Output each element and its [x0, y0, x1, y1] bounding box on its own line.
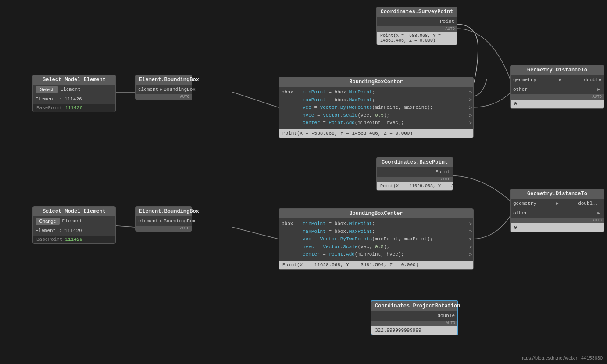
geometry-distanceto-1: Geometry.DistanceTo geometry ► double ot…: [510, 65, 604, 109]
coord-rotation-title: Coordinates.ProjectRotation: [371, 301, 457, 311]
coord-survey-output-label: Point: [440, 19, 454, 24]
bbcenter1-output: Point(X = -588.068, Y = 14563.406, Z = 0…: [279, 129, 473, 138]
geo-dist1-other-label: other: [513, 87, 528, 92]
coord-base-title: Coordinates.BasePoint: [377, 157, 453, 167]
bbcenter2-output: Point(X = -11628.068, Y = -3481.594, Z =…: [279, 261, 473, 269]
bbcenter2-input: bbox: [282, 221, 293, 226]
bbox2-auto: AUTO: [136, 226, 192, 231]
select-model-element-1: Select Model Element Select Element Elem…: [32, 75, 116, 112]
coord-rotation-output: 322.999999999999: [371, 326, 457, 335]
select2-basepoint-label: BasePoint: [36, 237, 62, 242]
geo-dist1-output-label: double: [584, 77, 601, 82]
bbox1-arrow: ►: [160, 87, 162, 92]
element-boundingbox-2: Element.BoundingBox element ► BoundingBo…: [135, 206, 192, 232]
select1-basepoint-id: 111426: [65, 105, 82, 111]
url-bar: https://blog.csdn.net/weixin_44153630: [521, 355, 603, 360]
select1-title: Select Model Element: [33, 75, 115, 85]
bbox2-input: element: [138, 218, 158, 224]
geo-dist1-auto: AUTO: [511, 94, 604, 100]
coord-base-output: Point(X = -11628.068, Y = -3481.594, Z =…: [377, 182, 453, 190]
select-model-element-2: Select Model Element Change Element Elem…: [32, 206, 116, 244]
coordinates-basepoint: Coordinates.BasePoint Point AUTO Point(X…: [376, 157, 453, 191]
bbox2-arrow: ►: [160, 219, 162, 224]
bbox1-title: Element.BoundingBox: [136, 75, 192, 85]
bbox1-auto: AUTO: [136, 94, 192, 100]
geo-dist1-arrow2: ►: [597, 87, 600, 92]
bbcenter1-outputs: > > > > >: [468, 87, 473, 129]
bbcenter1-input: bbox: [282, 89, 293, 95]
geo-dist1-title: Geometry.DistanceTo: [511, 65, 604, 75]
geometry-distanceto-2: Geometry.DistanceTo geometry ► doubl... …: [510, 189, 604, 232]
select2-basepoint-id: 111429: [65, 237, 82, 242]
boundingboxcenter-1: BoundingBoxCenter bbox minPoint = bbox.M…: [279, 77, 474, 138]
select1-basepoint-label: BasePoint: [36, 105, 62, 111]
bbcenter2-title: BoundingBoxCenter: [279, 209, 473, 218]
bbox1-input: element: [138, 87, 158, 92]
geo-dist2-auto: AUTO: [511, 218, 604, 223]
select2-title: Select Model Element: [33, 207, 115, 216]
select2-button[interactable]: Change: [36, 218, 60, 225]
select1-element-label: Element: [61, 87, 81, 92]
bbox2-title: Element.BoundingBox: [136, 207, 192, 216]
geo-dist1-output: 0: [511, 100, 604, 108]
element-boundingbox-1: Element.BoundingBox element ► BoundingBo…: [135, 75, 192, 100]
select2-basepoint-row: BasePoint 111429: [33, 236, 115, 243]
coord-survey-output: Point(X = -588.068, Y = 14563.406, Z = 0…: [377, 32, 457, 45]
coord-base-auto: AUTO: [377, 177, 453, 182]
select1-button[interactable]: Select: [36, 86, 58, 93]
geo-dist2-output-label: doubl...: [578, 201, 601, 206]
bbox2-output: BoundingBox: [164, 218, 196, 224]
geo-dist1-arrow1: ►: [559, 78, 561, 82]
bbcenter1-title: BoundingBoxCenter: [279, 77, 473, 87]
geo-dist2-arrow1: ►: [556, 201, 558, 206]
coordinates-surveypoint: Coordinates.SurveyPoint Point AUTO Point…: [376, 7, 457, 45]
bbcenter2-outputs: > > > > >: [468, 218, 473, 261]
bbox1-output: BoundingBox: [164, 87, 196, 92]
geo-dist2-title: Geometry.DistanceTo: [511, 189, 604, 199]
geo-dist2-output: 0: [511, 223, 604, 232]
geo-dist2-other-label: other: [513, 211, 528, 216]
select1-element-id: Element : 111426: [36, 96, 82, 102]
coord-survey-auto: AUTO: [377, 26, 457, 32]
select2-element-id: Element : 111429: [36, 228, 82, 233]
coord-base-output-label: Point: [436, 169, 450, 175]
coord-survey-title: Coordinates.SurveyPoint: [377, 7, 457, 17]
boundingboxcenter-2: BoundingBoxCenter bbox minPoint = bbox.M…: [279, 208, 474, 270]
geo-dist2-geometry-label: geometry: [513, 201, 536, 206]
coord-rotation-auto: AUTO: [371, 321, 457, 326]
bbcenter1-code: minPoint = bbox.MinPoint; maxPoint = bbo…: [301, 87, 468, 129]
geo-dist2-arrow2: ►: [597, 211, 600, 216]
coordinates-projectrotation: Coordinates.ProjectRotation double AUTO …: [371, 300, 458, 335]
geo-dist1-geometry-label: geometry: [513, 77, 536, 82]
select2-element-label: Element: [62, 218, 82, 224]
coord-rotation-output-label: double: [437, 313, 455, 318]
select1-basepoint-row: BasePoint 111426: [33, 104, 115, 112]
bbcenter2-code: minPoint = bbox.MinPoint; maxPoint = bbo…: [301, 218, 468, 261]
